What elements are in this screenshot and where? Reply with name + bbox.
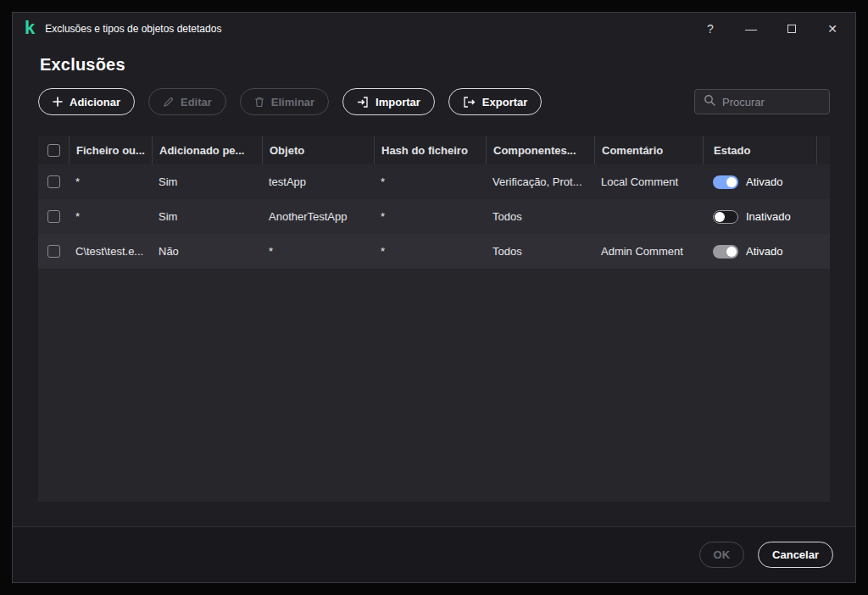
column-header-object[interactable]: Objeto [262, 136, 374, 164]
minimize-button[interactable]: — [738, 16, 764, 42]
import-icon [357, 97, 369, 108]
add-button[interactable]: Adicionar [38, 88, 135, 115]
help-button[interactable]: ? [698, 16, 723, 42]
toggle-knob [726, 247, 737, 257]
row-checkbox[interactable] [47, 175, 60, 188]
cell-file: * [69, 175, 152, 188]
cell-added: Não [152, 245, 262, 258]
import-button[interactable]: Importar [342, 88, 435, 115]
row-checkbox[interactable] [47, 245, 60, 258]
exclusions-table: Ficheiro ou... Adicionado pe... Objeto H… [38, 136, 830, 502]
cell-added: Sim [152, 175, 262, 188]
plus-icon [53, 97, 63, 107]
state-label: Inativado [746, 210, 791, 223]
cell-state: Inativado [703, 210, 816, 224]
dialog-footer: OK Cancelar [13, 526, 855, 582]
edit-button-label: Editar [181, 96, 212, 108]
edit-button[interactable]: Editar [148, 88, 226, 115]
window-controls: ? — ✕ [682, 16, 845, 42]
header-checkbox-cell [38, 136, 69, 164]
search-icon [704, 94, 715, 109]
search-input[interactable] [722, 96, 821, 108]
column-header-state[interactable]: Estado [703, 136, 816, 164]
import-button-label: Importar [376, 96, 420, 108]
export-button-label: Exportar [482, 96, 527, 108]
ok-button[interactable]: OK [699, 542, 745, 568]
cell-comment: Local Comment [594, 175, 703, 188]
column-header-comment[interactable]: Comentário [594, 136, 703, 164]
table-row[interactable]: C\test\test.e... Não * * Todos Admin Com… [38, 234, 830, 269]
table-row[interactable]: * Sim AnotherTestApp * Todos Inativado [38, 199, 830, 234]
toggle-knob [726, 177, 737, 187]
row-checkbox[interactable] [47, 210, 60, 223]
column-header-hash[interactable]: Hash do ficheiro [374, 136, 486, 164]
close-button[interactable]: ✕ [820, 16, 845, 42]
state-label: Ativado [746, 175, 782, 188]
cell-file: C\test\test.e... [69, 245, 152, 258]
state-toggle[interactable] [713, 175, 738, 189]
row-checkbox-cell [38, 175, 69, 188]
cell-components: Todos [486, 245, 594, 258]
table-row[interactable]: * Sim testApp * Verificação, Prot... Loc… [38, 164, 830, 199]
maximize-button[interactable] [779, 16, 804, 42]
maximize-icon [787, 25, 796, 33]
column-header-file[interactable]: Ficheiro ou... [69, 136, 152, 164]
cell-components: Verificação, Prot... [486, 175, 594, 188]
cell-components: Todos [486, 210, 594, 223]
cell-comment: Admin Comment [594, 245, 703, 258]
cell-hash: * [374, 245, 486, 258]
trash-icon [254, 97, 264, 108]
toggle-knob [715, 212, 725, 222]
cell-hash: * [374, 210, 486, 223]
toolbar: Adicionar Editar Eliminar Importar Expor… [38, 88, 830, 115]
cell-object: testApp [262, 175, 374, 188]
cancel-button[interactable]: Cancelar [758, 542, 833, 568]
row-checkbox-cell [38, 210, 69, 223]
export-icon [463, 97, 476, 108]
row-checkbox-cell [38, 245, 69, 258]
page-title: Exclusões [40, 55, 855, 75]
cell-file: * [69, 210, 152, 223]
cell-object: AnotherTestApp [262, 210, 374, 223]
pencil-icon [163, 97, 174, 108]
cell-state: Ativado [703, 245, 816, 259]
state-toggle[interactable] [713, 210, 738, 224]
select-all-checkbox[interactable] [47, 144, 60, 157]
cell-added: Sim [152, 210, 262, 223]
search-box [694, 89, 830, 114]
app-window: k Exclusões e tipos de objetos detetados… [12, 12, 856, 583]
export-button[interactable]: Exportar [448, 88, 542, 115]
cell-hash: * [374, 175, 486, 188]
table-header: Ficheiro ou... Adicionado pe... Objeto H… [38, 136, 830, 164]
delete-button-label: Eliminar [271, 96, 314, 108]
column-header-spacer [816, 136, 830, 164]
column-header-added[interactable]: Adicionado pe... [152, 136, 262, 164]
cell-state: Ativado [703, 175, 816, 189]
titlebar: k Exclusões e tipos de objetos detetados… [13, 13, 855, 45]
cell-object: * [262, 245, 374, 258]
add-button-label: Adicionar [70, 96, 120, 108]
kaspersky-logo-icon: k [25, 20, 35, 36]
state-label: Ativado [746, 245, 782, 258]
state-toggle[interactable] [713, 245, 738, 259]
column-header-components[interactable]: Componentes... [486, 136, 594, 164]
window-title: Exclusões e tipos de objetos detetados [45, 23, 221, 35]
delete-button[interactable]: Eliminar [240, 88, 329, 115]
